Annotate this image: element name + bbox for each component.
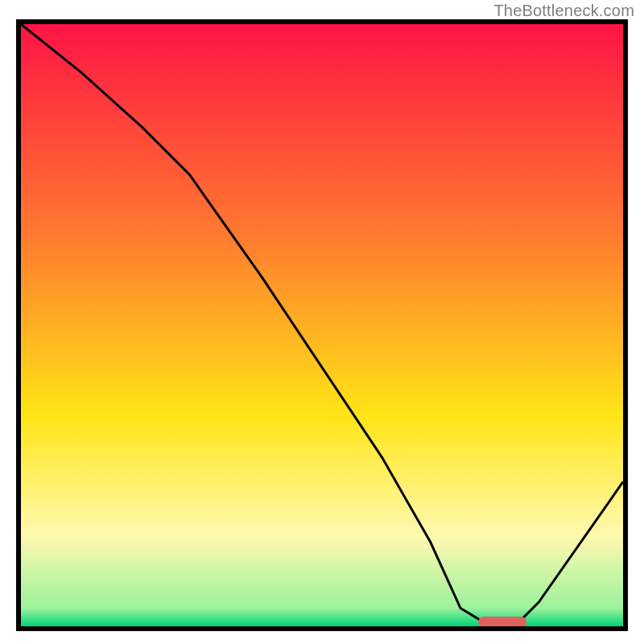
chart-frame <box>16 19 628 631</box>
watermark-text: TheBottleneck.com <box>493 2 634 20</box>
chart-curve <box>21 24 623 626</box>
chart-container: TheBottleneck.com <box>0 0 644 644</box>
optimal-range-marker <box>478 617 526 628</box>
